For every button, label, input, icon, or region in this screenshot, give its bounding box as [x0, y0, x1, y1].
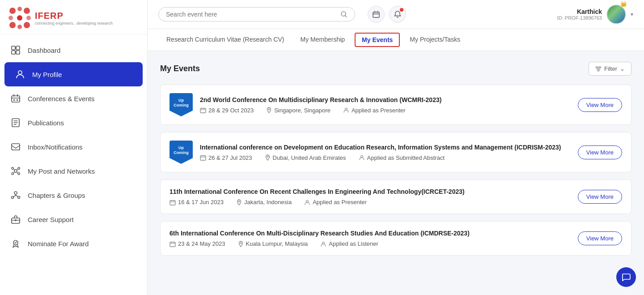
event-meta-1: 28 & 29 Oct 2023 Singapore, Singapore Ap… [200, 107, 571, 114]
location-icon-4 [238, 241, 244, 247]
event-location-3: Jakarta, Indonesia [236, 199, 292, 205]
person-small-icon [343, 107, 349, 113]
svg-rect-11 [12, 51, 15, 54]
logo-area: IFERP connecting engineers.. developing … [0, 0, 147, 34]
user-info: Karthick ID: PROF-13896763 👑 ▾ [557, 4, 633, 24]
avatar-image [607, 4, 625, 24]
grid-icon [10, 44, 21, 56]
award-icon [10, 238, 21, 249]
event-info-1: 2nd World Conference On Multidisciplinar… [200, 96, 571, 114]
notification-button[interactable] [389, 6, 406, 23]
sidebar-item-nominate[interactable]: Nominate For Award [0, 231, 147, 256]
sidebar-label-inbox: Inbox/Notifications [28, 143, 83, 151]
sidebar-item-career[interactable]: Career Support [0, 207, 147, 231]
sidebar-item-post-networks[interactable]: My Post and Networks [0, 159, 147, 183]
tab-my-projects[interactable]: My Projects/Tasks [402, 30, 468, 50]
svg-line-25 [17, 169, 18, 170]
avatar [606, 4, 626, 24]
sub-tabs: Research Curriculum Vitae (Research CV) … [148, 29, 644, 51]
svg-line-27 [17, 172, 18, 173]
calendar-icon [372, 10, 380, 18]
calendar-small-icon-4 [169, 241, 176, 247]
search-bar[interactable] [158, 7, 355, 21]
sidebar-item-chapters[interactable]: Chapters & Groups [0, 183, 147, 207]
sidebar-item-conferences[interactable]: Conferences & Events [0, 86, 147, 111]
user-name-box: Karthick ID: PROF-13896763 [557, 8, 602, 21]
inbox-icon [10, 141, 21, 153]
event-title-1: 2nd World Conference On Multidisciplinar… [200, 96, 571, 103]
sidebar-label-post-networks: My Post and Networks [28, 167, 95, 175]
search-input[interactable] [166, 11, 337, 18]
event-location-1: Singapore, Singapore [266, 107, 330, 114]
svg-point-4 [26, 16, 31, 20]
view-more-button-3[interactable]: View More [578, 190, 622, 204]
filter-button[interactable]: Filter ⌄ [589, 62, 631, 76]
calendar-small-icon-3 [169, 199, 176, 205]
content-area: My Events Filter ⌄ Up Coming 2nd World C… [148, 51, 644, 295]
svg-point-1 [17, 7, 22, 11]
event-date-3: 16 & 17 Jun 2023 [169, 199, 224, 205]
svg-point-6 [17, 25, 22, 29]
sidebar-label-my-profile: My Profile [32, 71, 62, 78]
event-card-1: Up Coming 2nd World Conference On Multid… [160, 85, 631, 125]
svg-point-22 [12, 173, 13, 175]
event-location-4: Kuala Lumpur, Malaysia [238, 240, 308, 247]
content-title: My Events [160, 64, 200, 73]
tab-research-cv[interactable]: Research Curriculum Vitae (Research CV) [158, 30, 292, 50]
event-date-2: 26 & 27 Jul 2023 [200, 154, 252, 161]
svg-point-32 [15, 219, 17, 221]
sidebar-label-publications: Publications [28, 119, 64, 127]
sidebar-label-nominate: Nominate For Award [28, 240, 89, 248]
svg-point-28 [14, 192, 17, 194]
event-info-2: International conference on Development … [200, 144, 571, 161]
main-area: Karthick ID: PROF-13896763 👑 ▾ Research … [148, 0, 644, 295]
calendar-small-icon [200, 107, 206, 113]
event-meta-3: 16 & 17 Jun 2023 Jakarta, Indonesia Appl… [169, 199, 571, 205]
svg-rect-14 [12, 96, 20, 102]
svg-point-8 [17, 15, 22, 21]
sidebar-item-dashboard[interactable]: Dashboard [0, 38, 147, 62]
user-id: ID: PROF-13896763 [557, 15, 602, 21]
view-more-button-2[interactable]: View More [578, 145, 622, 159]
chapters-icon [10, 189, 21, 201]
filter-chevron: ⌄ [620, 65, 625, 72]
search-icon [340, 11, 347, 18]
svg-rect-15 [13, 99, 15, 101]
sidebar-item-inbox[interactable]: Inbox/Notifications [0, 135, 147, 159]
location-icon-3 [236, 199, 242, 205]
chat-fab-button[interactable] [616, 267, 636, 287]
logo-subtitle: connecting engineers.. developing resear… [35, 21, 113, 26]
svg-point-37 [268, 109, 270, 110]
svg-point-23 [18, 173, 20, 175]
svg-point-3 [8, 16, 13, 20]
logo-text: IFERP connecting engineers.. developing … [35, 11, 113, 26]
event-status-1: Applied as Presenter [343, 107, 406, 114]
person-small-icon-3 [304, 199, 310, 205]
person-small-icon-2 [359, 154, 365, 161]
sidebar-item-publications[interactable]: Publications [0, 111, 147, 135]
sidebar-label-dashboard: Dashboard [28, 47, 60, 54]
view-more-button-4[interactable]: View More [578, 231, 622, 245]
event-info-3: 11th International Conference On Recent … [169, 188, 571, 205]
sidebar-item-my-profile[interactable]: My Profile [4, 62, 143, 86]
content-header: My Events Filter ⌄ [160, 62, 631, 76]
avatar-wrapper[interactable]: 👑 [606, 4, 626, 24]
iferp-logo-icon [8, 6, 31, 30]
person-icon [14, 68, 26, 80]
event-card-3: 11th International Conference On Recent … [160, 180, 631, 214]
filter-label: Filter [604, 65, 617, 72]
filter-icon [595, 66, 602, 72]
event-title-2: International conference on Development … [200, 144, 571, 151]
svg-point-43 [238, 201, 240, 202]
svg-rect-9 [12, 46, 15, 50]
tab-my-membership[interactable]: My Membership [292, 30, 353, 50]
user-dropdown-arrow[interactable]: ▾ [631, 11, 633, 17]
view-more-button-1[interactable]: View More [578, 98, 622, 112]
publications-icon [10, 117, 21, 128]
tab-my-events[interactable]: My Events [355, 33, 400, 47]
sidebar-label-conferences: Conferences & Events [28, 95, 94, 103]
calendar-button[interactable] [368, 6, 385, 23]
svg-point-46 [240, 242, 242, 244]
event-date-4: 23 & 24 May 2023 [169, 240, 225, 247]
top-header: Karthick ID: PROF-13896763 👑 ▾ [148, 0, 644, 29]
